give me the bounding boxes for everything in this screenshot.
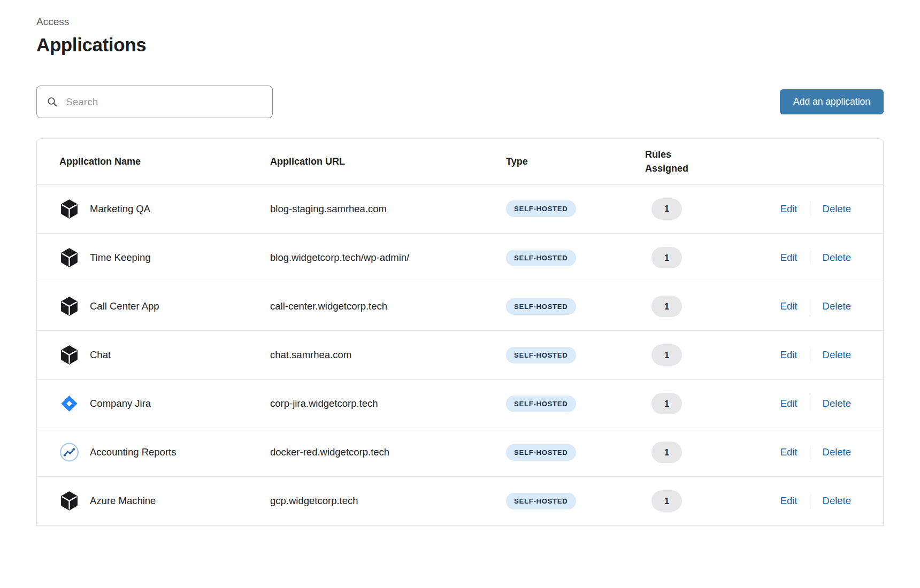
delete-link[interactable]: Delete [823,252,851,264]
edit-link[interactable]: Edit [780,252,798,264]
type-badge: SELF-HOSTED [506,493,576,509]
type-badge: SELF-HOSTED [506,396,576,412]
edit-link[interactable]: Edit [780,398,798,409]
type-badge: SELF-HOSTED [506,250,576,266]
search-box[interactable] [36,86,273,118]
breadcrumb[interactable]: Access [36,15,884,29]
cube-icon [59,247,79,268]
application-name: Company Jira [90,398,151,409]
cube-icon [59,199,79,219]
type-badge: SELF-HOSTED [506,298,576,315]
page-title: Applications [36,34,884,56]
application-url: blog-staging.samrhea.com [270,203,506,215]
application-url: call-center.widgetcorp.tech [270,300,506,312]
table-row: Call Center App call-center.widgetcorp.t… [37,282,883,330]
search-input[interactable] [65,96,263,109]
header-type: Type [506,156,645,167]
application-name: Time Keeping [90,252,150,264]
applications-page: Access Applications Add an application A… [0,0,920,525]
rules-count: 1 [651,442,682,463]
toolbar: Add an application [36,86,884,118]
jira-icon [59,393,79,414]
header-application-name: Application Name [37,156,270,167]
divider [810,348,810,362]
application-name: Chat [90,349,111,361]
applications-table: Application Name Application URL Type Ru… [36,138,884,525]
application-url: gcp.widgetcorp.tech [270,495,506,507]
rules-count: 1 [651,296,682,317]
add-application-button[interactable]: Add an application [780,89,884,114]
edit-link[interactable]: Edit [780,203,798,215]
table-row: Chat chat.samrhea.com SELF-HOSTED 1 Edit… [37,330,883,379]
table-row: Marketing QA blog-staging.samrhea.com SE… [37,184,883,233]
search-icon [47,96,58,107]
type-badge: SELF-HOSTED [506,347,576,363]
application-url: chat.samrhea.com [270,349,506,361]
application-url: docker-red.widgetcorp.tech [270,446,506,458]
application-name: Accounting Reports [90,446,176,458]
rules-count: 1 [651,344,682,366]
divider [810,299,810,313]
divider [810,397,810,411]
divider [810,202,810,216]
rules-count: 1 [651,490,682,512]
type-badge: SELF-HOSTED [506,200,576,217]
delete-link[interactable]: Delete [823,349,851,361]
cube-icon [59,296,79,316]
application-name: Call Center App [90,300,159,312]
type-badge: SELF-HOSTED [506,444,576,461]
cube-icon [59,491,79,511]
rules-count: 1 [651,393,682,414]
cube-icon [59,345,79,365]
edit-link[interactable]: Edit [780,300,798,312]
edit-link[interactable]: Edit [780,446,798,458]
edit-link[interactable]: Edit [780,349,798,361]
divider [810,251,810,265]
chart-icon [59,442,79,462]
table-row: Time Keeping blog.widgetcorp.tech/wp-adm… [37,233,883,282]
rules-count: 1 [651,198,682,220]
application-url: blog.widgetcorp.tech/wp-admin/ [270,252,506,264]
rules-count: 1 [651,247,682,268]
table-row: Company Jira corp-jira.widgetcorp.tech S… [37,379,883,428]
delete-link[interactable]: Delete [823,203,851,215]
application-name: Marketing QA [90,203,150,215]
delete-link[interactable]: Delete [823,446,851,458]
edit-link[interactable]: Edit [780,495,798,507]
divider [810,445,810,459]
table-row: Azure Machine gcp.widgetcorp.tech SELF-H… [37,476,883,525]
table-row: Accounting Reports docker-red.widgetcorp… [37,428,883,476]
application-url: corp-jira.widgetcorp.tech [270,398,506,409]
header-application-url: Application URL [270,156,506,167]
header-rules-assigned: Rules Assigned [645,148,699,175]
delete-link[interactable]: Delete [823,398,851,409]
application-name: Azure Machine [90,495,156,507]
delete-link[interactable]: Delete [823,495,851,507]
delete-link[interactable]: Delete [823,300,851,312]
divider [810,494,810,508]
table-header: Application Name Application URL Type Ru… [37,139,883,184]
